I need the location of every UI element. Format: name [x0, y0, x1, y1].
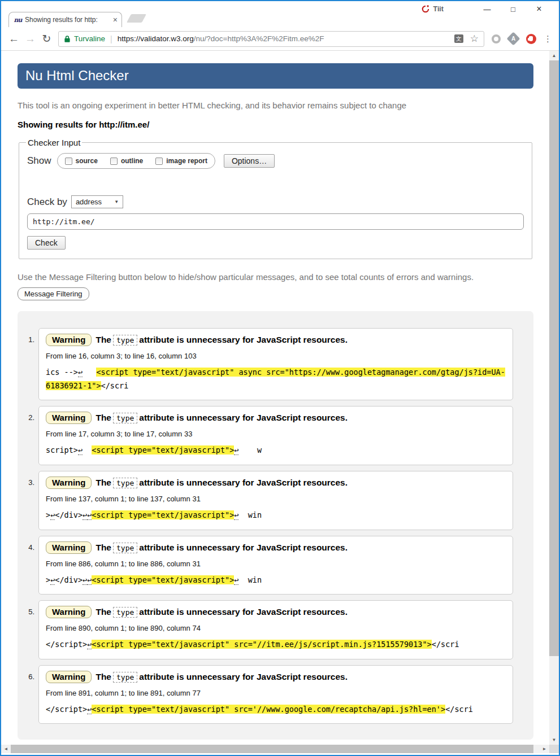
- titlebar-controls: Tiit — □ ×: [422, 4, 552, 14]
- warning-badge: Warning: [46, 334, 92, 346]
- warning-code: </script>↩<script type="text/javascript"…: [46, 638, 506, 652]
- checkbox-image-report[interactable]: image report: [155, 157, 207, 165]
- show-checkbox-group: source outline image report: [57, 153, 215, 169]
- url-host: https://validator.w3.org: [118, 34, 194, 43]
- checkbox-source[interactable]: source: [65, 157, 98, 165]
- code-text: >: [46, 510, 50, 519]
- vertical-scrollbar-thumb[interactable]: [549, 60, 559, 656]
- warning-item: 3. WarningThetypeattribute is unnecessar…: [18, 471, 513, 530]
- url-path: /nu/?doc=http%3A%2F%2Fitm.ee%2F: [194, 34, 324, 43]
- warning-code: >↩</div>↩↩<script type="text/javascript"…: [46, 574, 506, 587]
- url-text[interactable]: https://validator.w3.org/nu/?doc=http%3A…: [118, 34, 454, 43]
- page-title: Nu Html Checker: [18, 63, 533, 89]
- code-text: >: [46, 575, 50, 584]
- warning-msg-code: type: [113, 478, 137, 488]
- address-bar[interactable]: Turvaline | https://validator.w3.org/nu/…: [58, 31, 484, 47]
- message-filtering-button[interactable]: Message Filtering: [18, 287, 89, 300]
- extension-icon-circle[interactable]: [492, 34, 501, 43]
- checkbox-outline[interactable]: outline: [110, 157, 143, 165]
- highlighted-code: <script type="text/javascript">: [92, 445, 234, 455]
- validator-page: Nu Html Checker This tool is an ongoing …: [1, 51, 549, 745]
- intro-text: This tool is an ongoing experiment in be…: [18, 100, 533, 110]
- warning-card: WarningThetypeattribute is unnecessary f…: [38, 665, 513, 724]
- warning-msg-code: type: [113, 607, 137, 618]
- warning-card: WarningThetypeattribute is unnecessary f…: [38, 536, 513, 595]
- warning-item: 1. WarningThetypeattribute is unnecessar…: [18, 328, 513, 400]
- code-text: win: [238, 575, 262, 584]
- scroll-right-icon[interactable]: ►: [540, 745, 549, 753]
- warnings-list: 1. WarningThetypeattribute is unnecessar…: [18, 311, 533, 740]
- code-text: </scri: [445, 705, 473, 714]
- options-button[interactable]: Options…: [224, 154, 275, 168]
- code-text: </div>: [55, 510, 83, 519]
- line-break-glyph: ↩: [78, 368, 83, 377]
- code-text: script>: [46, 445, 78, 455]
- scroll-left-icon[interactable]: ◄: [1, 745, 11, 753]
- tab-close-icon[interactable]: ×: [113, 16, 118, 24]
- check-by-select[interactable]: address ▼: [71, 195, 123, 208]
- profile-name[interactable]: Tiit: [433, 5, 444, 13]
- warning-number: 6.: [18, 665, 34, 724]
- minimize-button[interactable]: —: [474, 5, 500, 14]
- warning-msg-pre: The: [95, 607, 111, 617]
- code-text: </scri: [101, 381, 129, 390]
- checkbox-image-report-box[interactable]: [155, 158, 163, 165]
- warning-item: 2. WarningThetypeattribute is unnecessar…: [18, 406, 513, 465]
- back-icon[interactable]: ←: [6, 33, 22, 45]
- check-by-selected-value: address: [76, 198, 102, 206]
- horizontal-scrollbar-thumb[interactable]: [11, 745, 533, 753]
- address-input[interactable]: [27, 213, 524, 230]
- scroll-up-icon[interactable]: ▲: [549, 51, 559, 60]
- browser-window: nu Showing results for http: × Tiit — □ …: [0, 0, 560, 756]
- warning-code: ics -->↩ <script type="text/javascript" …: [46, 366, 506, 392]
- nu-favicon-icon: nu: [13, 16, 23, 24]
- secure-lock-icon[interactable]: [64, 35, 71, 43]
- warning-number: 5.: [18, 600, 34, 659]
- warning-badge: Warning: [46, 477, 92, 489]
- checkbox-source-box[interactable]: [65, 158, 72, 165]
- bookmark-star-icon[interactable]: ☆: [470, 34, 479, 43]
- warning-msg-pre: The: [95, 335, 111, 344]
- code-text: w: [238, 445, 262, 455]
- checker-input-fieldset: Checker Input Show source outline: [19, 138, 532, 259]
- warning-msg-post: attribute is unnecessary for JavaScript …: [139, 413, 348, 422]
- warning-number: 4.: [18, 536, 34, 595]
- scroll-down-icon[interactable]: ▼: [549, 735, 559, 745]
- warning-msg-pre: The: [95, 672, 111, 681]
- extension-icon-adblock-hand[interactable]: [526, 34, 536, 44]
- check-by-label: Check by: [27, 196, 67, 208]
- warning-msg-post: attribute is unnecessary for JavaScript …: [139, 607, 348, 617]
- warning-msg-code: type: [113, 335, 137, 346]
- forward-icon: →: [22, 33, 38, 45]
- check-button[interactable]: Check: [27, 236, 66, 250]
- warning-location: From line 16, column 3; to line 16, colu…: [46, 352, 506, 360]
- warning-card: WarningThetypeattribute is unnecessary f…: [38, 600, 513, 659]
- close-window-button[interactable]: ×: [526, 4, 552, 14]
- line-break-glyph: ↩: [78, 445, 83, 455]
- code-text: ics -->: [46, 368, 78, 377]
- checkbox-outline-box[interactable]: [110, 158, 118, 165]
- titlebar: nu Showing results for http: × Tiit — □ …: [1, 1, 559, 27]
- warning-item: 4. WarningThetypeattribute is unnecessar…: [18, 536, 513, 595]
- horizontal-scrollbar[interactable]: ◄ ►: [1, 745, 549, 753]
- warning-msg-code: type: [113, 413, 137, 423]
- warning-card: WarningThetypeattribute is unnecessary f…: [38, 471, 513, 530]
- warning-badge: Warning: [46, 541, 92, 554]
- maximize-button[interactable]: □: [500, 5, 526, 14]
- new-tab-button[interactable]: [127, 14, 146, 23]
- reload-icon[interactable]: ↻: [38, 32, 55, 45]
- browser-toolbar: ← → ↻ Turvaline | https://validator.w3.o…: [1, 27, 559, 51]
- chevron-down-icon: ▼: [114, 199, 119, 204]
- code-text: </script>: [46, 640, 87, 649]
- extension-icon-hexagon[interactable]: A: [509, 34, 518, 43]
- vertical-scrollbar[interactable]: ▲ ▼: [549, 51, 559, 745]
- browser-tab[interactable]: nu Showing results for http: ×: [8, 12, 122, 27]
- warning-code: script>↩ <script type="text/javascript">…: [46, 444, 506, 457]
- highlighted-code: <script type="text/javascript">: [92, 510, 234, 519]
- warning-location: From line 890, column 1; to line 890, co…: [46, 624, 506, 632]
- translate-icon[interactable]: 文: [454, 34, 463, 43]
- security-label[interactable]: Turvaline: [74, 34, 105, 43]
- chrome-menu-icon[interactable]: ⋮: [544, 34, 552, 44]
- checkbox-image-report-label: image report: [166, 157, 207, 165]
- line-break-glyph: ↩: [83, 575, 87, 585]
